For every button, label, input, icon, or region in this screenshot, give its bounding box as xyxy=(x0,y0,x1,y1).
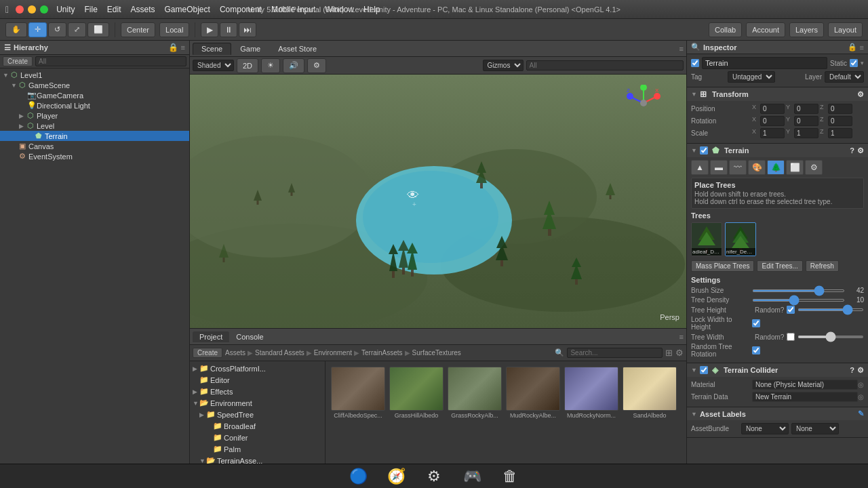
rot-x-input[interactable] xyxy=(760,116,785,126)
play-button[interactable]: ▶ xyxy=(201,22,218,37)
folder-editor[interactable]: 📁 Editor xyxy=(190,374,325,386)
lock-width-checkbox[interactable] xyxy=(752,319,760,327)
edit-trees-btn[interactable]: Edit Trees... xyxy=(757,260,802,272)
static-arrow[interactable]: ▾ xyxy=(861,60,864,66)
pivot-center-btn[interactable]: Center xyxy=(121,22,155,37)
scene-search[interactable] xyxy=(526,60,684,70)
project-search[interactable] xyxy=(567,348,663,358)
hierarchy-search-input[interactable] xyxy=(35,56,186,66)
folder-speedtree[interactable]: ▶ 📁 SpeedTree xyxy=(190,409,325,420)
refresh-btn[interactable]: Refresh xyxy=(806,260,839,272)
collab-button[interactable]: Collab xyxy=(709,22,742,37)
folder-terrainassets[interactable]: ▼ 📂 TerrainAsse... xyxy=(190,455,325,464)
terrain-place-details-btn[interactable]: ⬜ xyxy=(786,160,804,175)
tree-height-slider[interactable] xyxy=(797,308,864,311)
menu-unity[interactable]: Unity xyxy=(56,5,75,14)
tab-assetstore[interactable]: Asset Store xyxy=(269,43,326,55)
transform-settings-icon[interactable]: ⚙ xyxy=(857,90,864,99)
terrain-data-target-icon[interactable]: ◎ xyxy=(858,393,864,401)
project-panel-menu[interactable]: ≡ xyxy=(679,333,684,341)
terrain-collider-header[interactable]: ▼ ◈ Terrain Collider ? ⚙ xyxy=(687,363,868,377)
rot-y-input[interactable] xyxy=(794,116,818,126)
terrain-place-trees-btn[interactable]: 🌲 xyxy=(767,160,785,175)
menu-edit[interactable]: Edit xyxy=(107,5,121,14)
sc-x-input[interactable] xyxy=(760,128,785,138)
dock-trash-icon[interactable]: 🗑 xyxy=(498,464,522,489)
close-button[interactable] xyxy=(16,5,24,14)
pos-y-input[interactable] xyxy=(794,104,818,114)
menu-file[interactable]: File xyxy=(84,5,97,14)
step-button[interactable]: ⏭ xyxy=(239,22,256,37)
asset-item-grasshill[interactable]: GrassHillAlbedo xyxy=(389,367,443,419)
asset-item-mudrockynorm[interactable]: MudRockyNorm... xyxy=(564,367,618,419)
scene-panel-menu[interactable]: ≡ xyxy=(679,45,684,53)
folder-conifer[interactable]: 📁 Conifer xyxy=(190,432,325,443)
object-active-checkbox[interactable] xyxy=(691,59,699,67)
terrain-enable-checkbox[interactable] xyxy=(700,146,708,155)
bc-environment[interactable]: Environment xyxy=(314,349,352,357)
random-rotation-checkbox[interactable] xyxy=(752,346,760,354)
light-btn[interactable]: ☀ xyxy=(261,58,280,73)
tab-scene[interactable]: Scene xyxy=(193,43,231,55)
terrain-paint-texture-btn[interactable]: 🎨 xyxy=(748,160,766,175)
mass-place-trees-btn[interactable]: Mass Place Trees xyxy=(691,260,754,272)
pause-button[interactable]: ⏸ xyxy=(220,22,237,37)
project-create-btn[interactable]: Create xyxy=(193,348,222,358)
hand-tool[interactable]: ✋ xyxy=(5,22,27,37)
hierarchy-create-btn[interactable]: Create xyxy=(3,56,33,66)
gizmos-select[interactable]: Gizmos xyxy=(483,60,524,71)
hierarchy-item-terrain[interactable]: ⬟ Terrain xyxy=(0,131,189,141)
asset-item-grassrocky[interactable]: GrassRockyAlb... xyxy=(448,367,502,419)
object-name-input[interactable] xyxy=(702,57,827,69)
hierarchy-lock-icon[interactable]: 🔒 xyxy=(168,43,178,52)
pos-z-input[interactable] xyxy=(828,104,852,114)
terrain-collider-settings-icon[interactable]: ⚙ xyxy=(857,366,864,375)
tab-game[interactable]: Game xyxy=(231,43,269,55)
tree-height-random-checkbox[interactable] xyxy=(787,306,795,314)
folder-crossplatform[interactable]: ▶ 📁 CrossPlatformI... xyxy=(190,363,325,374)
bc-surfacetextures[interactable]: SurfaceTextures xyxy=(412,349,461,357)
terrain-collider-enable-cb[interactable] xyxy=(700,366,708,374)
hierarchy-item-gamecamera[interactable]: 📷 GameCamera xyxy=(0,90,189,100)
tab-console[interactable]: Console xyxy=(229,331,270,342)
dock-unity-game-icon[interactable]: 🎮 xyxy=(460,464,484,489)
sc-z-input[interactable] xyxy=(828,128,852,138)
layers-button[interactable]: Layers xyxy=(789,22,824,37)
hierarchy-item-directionallight[interactable]: 💡 Directional Light xyxy=(0,100,189,110)
material-target-icon[interactable]: ◎ xyxy=(858,381,864,388)
terrain-collider-help-icon[interactable]: ? xyxy=(850,366,854,374)
shading-select[interactable]: Shaded xyxy=(193,60,234,71)
folder-palm[interactable]: 📁 Palm xyxy=(190,443,325,455)
hierarchy-item-eventsystem[interactable]: ⚙ EventSystem xyxy=(0,151,189,161)
search-icon[interactable]: 🔍 xyxy=(555,348,564,357)
bc-assets[interactable]: Assets xyxy=(225,349,245,357)
terrain-component-header[interactable]: ▼ ⬟ Terrain ? ⚙ xyxy=(687,144,868,157)
rot-z-input[interactable] xyxy=(828,116,852,126)
asset-bundle-select[interactable]: None xyxy=(741,423,789,434)
hierarchy-item-player[interactable]: ▶ ⬡ Player xyxy=(0,110,189,121)
terrain-settings-icon[interactable]: ⚙ xyxy=(857,146,864,155)
terrain-paint-height-btn[interactable]: ▬ xyxy=(710,160,728,175)
effects-btn[interactable]: ⚙ xyxy=(307,58,326,73)
terrain-settings-btn[interactable]: ⚙ xyxy=(805,160,823,175)
scene-view[interactable]: 👁 + X Y Z Persp xyxy=(190,75,686,328)
rotate-tool[interactable]: ↺ xyxy=(48,22,66,37)
asset-bundle-variant-select[interactable]: None xyxy=(791,423,839,434)
tab-project[interactable]: Project xyxy=(193,331,229,342)
account-button[interactable]: Account xyxy=(746,22,785,37)
minimize-button[interactable] xyxy=(28,5,36,14)
asset-item-sand[interactable]: SandAlbedo xyxy=(623,367,677,419)
hierarchy-item-canvas[interactable]: ▣ Canvas xyxy=(0,141,189,151)
brush-size-slider[interactable] xyxy=(752,289,845,292)
asset-labels-edit-icon[interactable]: ✎ xyxy=(858,409,864,418)
rect-tool[interactable]: ⬜ xyxy=(87,22,109,37)
terrain-help-icon[interactable]: ? xyxy=(850,146,854,155)
tree-thumb-1[interactable]: nifer_Desk... xyxy=(725,222,756,256)
folder-broadleaf[interactable]: 📁 Broadleaf xyxy=(190,420,325,432)
asset-item-mudrocky[interactable]: MudRockyAlbe... xyxy=(506,367,560,419)
dock-finder-icon[interactable]: 🔵 xyxy=(346,464,370,489)
folder-environment[interactable]: ▼ 📂 Environment xyxy=(190,397,325,409)
transform-header[interactable]: ▼ ⊞ Transform ⚙ xyxy=(687,87,868,101)
menu-assets[interactable]: Assets xyxy=(131,5,155,14)
dock-safari-icon[interactable]: 🧭 xyxy=(384,464,408,489)
